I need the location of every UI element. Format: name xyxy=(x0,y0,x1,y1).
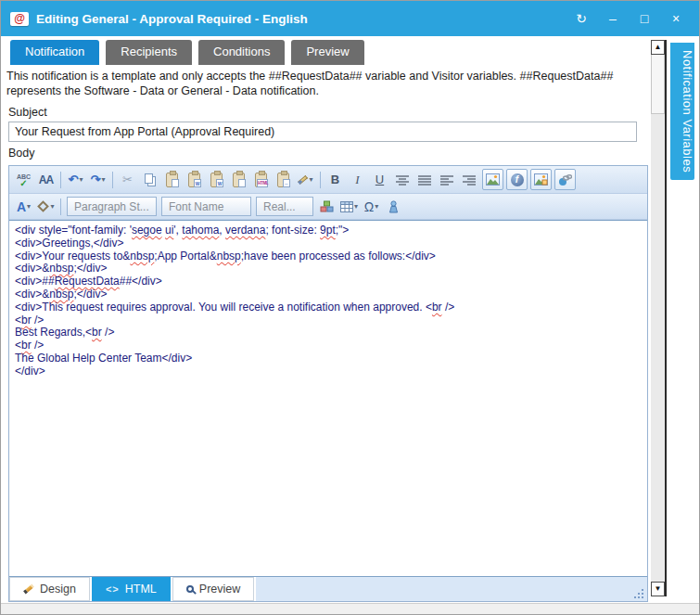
code-line: Best Regards,<br /> xyxy=(15,327,642,340)
scrollbar-thumb[interactable] xyxy=(651,55,665,114)
paste-from-word-strip-button[interactable]: W xyxy=(206,169,227,190)
editing-notification-dialog: @ Editing General - Approval Required - … xyxy=(0,0,700,615)
code-line: <div>&nbsp;</div> xyxy=(15,288,642,301)
resize-grip[interactable] xyxy=(634,590,643,598)
tab-notification[interactable]: Notification xyxy=(10,40,99,65)
italic-button[interactable]: I xyxy=(347,169,368,190)
paragraph-style-combo[interactable]: Paragraph St... xyxy=(67,197,157,216)
minimize-button[interactable]: – xyxy=(599,7,627,30)
tab-conditions[interactable]: Conditions xyxy=(198,40,285,65)
dialog-scrollbar: ▲ ▼ xyxy=(651,40,667,596)
paste-button[interactable] xyxy=(161,169,183,190)
scissors-icon: ✂ xyxy=(122,173,133,186)
window-bottom-frame xyxy=(1,603,699,614)
align-left-button[interactable] xyxy=(436,169,457,190)
font-size-combo[interactable]: Real... xyxy=(256,197,313,216)
code-line: <br /> xyxy=(15,340,642,352)
paste-icon xyxy=(166,173,178,187)
align-justify-icon xyxy=(418,174,431,186)
omega-icon: Ω xyxy=(364,199,374,214)
italic-icon: I xyxy=(351,173,364,187)
toolbar-separator xyxy=(112,172,113,188)
module-manager-button[interactable] xyxy=(316,196,337,217)
find-replace-button[interactable]: AA xyxy=(35,169,57,190)
html-mode-tab[interactable]: <> HTML xyxy=(92,577,171,601)
insert-table-button[interactable]: ▾ xyxy=(338,196,360,217)
scroll-down-button[interactable]: ▼ xyxy=(651,582,665,596)
flash-icon: f xyxy=(511,173,524,186)
pencil-icon xyxy=(23,584,34,595)
scroll-up-button[interactable]: ▲ xyxy=(651,40,665,55)
body-editor: ABC ✓ AA ↶ ▾ ↷ ▾ ✂ xyxy=(8,165,648,602)
chevron-down-icon: ▾ xyxy=(79,175,83,184)
toolbar-separator xyxy=(60,172,61,188)
design-tab-label: Design xyxy=(40,583,76,596)
subject-input[interactable] xyxy=(8,122,637,142)
chevron-down-icon: ▾ xyxy=(27,202,31,211)
copy-icon xyxy=(145,173,153,184)
subject-label: Subject xyxy=(8,106,648,119)
code-area[interactable]: <div style="font-family: 'segoe ui', tah… xyxy=(9,220,647,577)
paste-word-strip-icon: W xyxy=(210,173,223,187)
editor-toolbar-row1: ABC ✓ AA ↶ ▾ ↷ ▾ ✂ xyxy=(9,166,647,194)
chevron-down-icon: ▾ xyxy=(309,175,312,184)
bold-button[interactable]: B xyxy=(325,169,346,190)
cut-button[interactable]: ✂ xyxy=(117,169,138,190)
at-glyph: @ xyxy=(14,12,25,25)
maximize-button[interactable]: □ xyxy=(630,7,658,30)
format-painter-button[interactable]: ▾ xyxy=(295,169,316,190)
paste-from-word-button[interactable]: W xyxy=(184,169,205,190)
paste-special-icon: ·· xyxy=(277,173,289,187)
paste-plain-text-button[interactable] xyxy=(228,169,249,190)
copy-button[interactable] xyxy=(139,169,160,190)
underline-button[interactable]: U xyxy=(369,169,390,190)
spellcheck-button[interactable]: ABC ✓ xyxy=(13,169,34,190)
pawn-icon xyxy=(388,200,400,213)
html-tab-label: HTML xyxy=(125,583,157,596)
image-map-icon xyxy=(534,173,548,186)
modules-icon xyxy=(320,200,334,212)
design-mode-tab[interactable]: Design xyxy=(9,577,90,601)
insert-image-button[interactable] xyxy=(482,169,503,190)
insert-snippet-button[interactable] xyxy=(383,196,404,217)
close-icon: × xyxy=(672,11,680,26)
underline-icon: U xyxy=(374,173,387,186)
undo-button[interactable]: ↶ ▾ xyxy=(65,169,86,190)
undo-icon: ↶ xyxy=(69,173,79,186)
font-color-button[interactable]: A ▾ xyxy=(13,196,34,217)
tab-preview[interactable]: Preview xyxy=(291,40,363,65)
code-line: <div>This request requires approval. You… xyxy=(15,301,642,314)
notification-variables-tab[interactable]: Notification Variables xyxy=(670,43,694,180)
insert-symbol-button[interactable]: Ω ▾ xyxy=(361,196,382,217)
tab-recipients[interactable]: Recipients xyxy=(106,40,192,65)
down-arrow-icon: ▼ xyxy=(655,584,662,593)
preview-mode-tab[interactable]: Preview xyxy=(172,577,254,601)
align-right-button[interactable] xyxy=(458,169,479,190)
scrollbar-track[interactable] xyxy=(651,114,665,582)
refresh-icon: ↻ xyxy=(576,11,587,26)
refresh-button[interactable]: ↻ xyxy=(567,7,595,30)
fill-color-button[interactable]: ▾ xyxy=(35,196,57,217)
redo-button[interactable]: ↷ ▾ xyxy=(87,169,108,190)
paste-special-button[interactable]: ·· xyxy=(273,169,294,190)
hyperlink-button[interactable] xyxy=(554,169,576,190)
paste-plain-icon xyxy=(233,173,245,187)
up-arrow-icon: ▲ xyxy=(655,43,662,51)
paint-bucket-icon xyxy=(38,200,50,212)
align-center-button[interactable] xyxy=(391,169,413,190)
align-justify-button[interactable] xyxy=(414,169,435,190)
code-line: The Global Help Center Team</div> xyxy=(15,352,642,365)
editor-mode-bar: Design <> HTML Preview xyxy=(9,577,647,601)
close-button[interactable]: × xyxy=(662,7,690,30)
paste-as-html-button[interactable]: HTML xyxy=(250,169,272,190)
font-name-combo[interactable]: Font Name xyxy=(161,197,251,216)
format-painter-icon xyxy=(298,174,308,184)
font-color-icon: A xyxy=(17,199,26,214)
insert-media-button[interactable]: f xyxy=(506,169,528,190)
image-map-button[interactable] xyxy=(530,169,552,190)
code-line: <br /> xyxy=(15,314,642,327)
redo-icon: ↷ xyxy=(91,173,101,186)
page-tabs: Notification Recipients Conditions Previ… xyxy=(10,40,648,65)
dialog-content: Notification Recipients Conditions Previ… xyxy=(6,40,648,602)
code-line: <div>##RequestData##</div> xyxy=(15,275,642,288)
